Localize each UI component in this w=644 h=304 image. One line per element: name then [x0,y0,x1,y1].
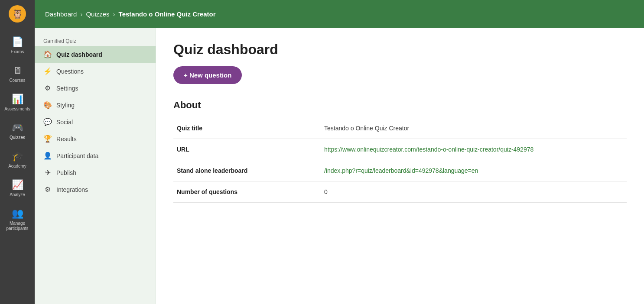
table-row-num-questions: Number of questions 0 [173,181,627,203]
questions-label: Questions [56,68,84,75]
sidebar-item-academy[interactable]: 🎓 Academy [0,146,35,174]
quiz-dashboard-label: Quiz dashboard [56,51,102,58]
table-row-quiz-title: Quiz title Testando o Online Quiz Creato… [173,118,627,139]
sub-sidebar-item-quiz-dashboard[interactable]: 🏠 Quiz dashboard [35,46,156,63]
settings-icon: ⚙ [43,84,52,92]
url-value[interactable]: https://www.onlinequizcreator.com/testan… [321,139,627,160]
leaderboard-link[interactable]: /index.php?r=quiz/leaderboard&id=492978&… [324,167,478,174]
sidebar-item-analyze[interactable]: 📈 Analyze [0,174,35,203]
quiz-title-label: Quiz title [173,118,321,139]
breadcrumb-sep-1: › [80,10,82,18]
table-row-url: URL https://www.onlinequizcreator.com/te… [173,139,627,160]
page-title: Quiz dashboard [173,42,627,58]
assessments-icon: 📊 [12,94,23,105]
new-question-button[interactable]: + New question [173,66,242,84]
quiz-title-value: Testando o Online Quiz Creator [321,118,627,139]
publish-label: Publish [56,169,76,176]
about-table: Quiz title Testando o Online Quiz Creato… [173,118,627,203]
sub-sidebar-item-integrations[interactable]: ⚙ Integrations [35,181,156,198]
main-content: Quiz dashboard + New question About Quiz… [156,28,644,304]
breadcrumb: Dashboard › Quizzes › Testando o Online … [45,10,216,18]
url-link[interactable]: https://www.onlinequizcreator.com/testan… [324,146,533,153]
sub-sidebar-item-participant-data[interactable]: 👤 Participant data [35,147,156,164]
analyze-icon: 📈 [12,179,23,191]
integrations-icon: ⚙ [43,185,52,194]
sub-sidebar-item-results[interactable]: 🏆 Results [35,130,156,147]
manage-participants-label: Manage participants [2,221,33,231]
sub-sidebar-section-label: Gamified Quiz [35,35,156,46]
num-questions-label: Number of questions [173,181,321,203]
num-questions-value: 0 [321,181,627,203]
courses-icon: 🖥 [13,65,22,76]
academy-icon: 🎓 [12,151,23,162]
manage-participants-icon: 👥 [12,208,23,219]
results-icon: 🏆 [43,135,52,143]
icon-sidebar: 📄 Exams 🖥 Courses 📊 Assessments 🎮 Quizze… [0,28,35,304]
breadcrumb-sep-2: › [113,10,115,18]
sub-sidebar-item-styling[interactable]: 🎨 Styling [35,97,156,113]
social-icon: 💬 [43,118,52,126]
about-heading: About [173,100,627,111]
breadcrumb-current: Testando o Online Quiz Creator [119,10,216,18]
sidebar-item-assessments[interactable]: 📊 Assessments [0,88,35,117]
quiz-dashboard-icon: 🏠 [43,50,52,58]
leaderboard-label: Stand alone leaderboard [173,160,321,181]
url-label: URL [173,139,321,160]
sub-sidebar-item-questions[interactable]: ⚡ Questions [35,63,156,80]
about-section: About Quiz title Testando o Online Quiz … [173,100,627,203]
sub-sidebar-item-settings[interactable]: ⚙ Settings [35,80,156,97]
quizzes-icon: 🎮 [12,122,23,133]
participant-data-icon: 👤 [43,152,52,160]
sub-sidebar-item-social[interactable]: 💬 Social [35,113,156,130]
publish-icon: ✈ [43,168,52,177]
results-label: Results [56,136,77,142]
settings-label: Settings [56,85,78,92]
social-label: Social [56,119,73,126]
exams-label: Exams [11,49,24,55]
leaderboard-value[interactable]: /index.php?r=quiz/leaderboard&id=492978&… [321,160,627,181]
assessments-label: Assessments [4,107,30,112]
logo: 🦉 [0,0,35,28]
breadcrumb-dashboard[interactable]: Dashboard [45,10,77,18]
sidebar-item-manage-participants[interactable]: 👥 Manage participants [0,203,35,236]
sidebar-item-courses[interactable]: 🖥 Courses [0,60,35,88]
questions-icon: ⚡ [43,67,52,75]
analyze-label: Analyze [10,192,25,197]
breadcrumb-quizzes[interactable]: Quizzes [86,10,109,18]
integrations-label: Integrations [56,186,88,193]
top-bar: Dashboard › Quizzes › Testando o Online … [35,0,644,28]
styling-label: Styling [56,102,75,109]
participant-data-label: Participant data [56,152,98,159]
sidebar-item-exams[interactable]: 📄 Exams [0,31,35,60]
academy-label: Academy [8,164,26,169]
table-row-leaderboard: Stand alone leaderboard /index.php?r=qui… [173,160,627,181]
exams-icon: 📄 [12,36,23,48]
sub-sidebar-item-publish[interactable]: ✈ Publish [35,164,156,181]
logo-icon: 🦉 [9,5,26,23]
sidebar-item-quizzes[interactable]: 🎮 Quizzes [0,117,35,146]
quizzes-label: Quizzes [10,135,25,140]
courses-label: Courses [9,78,25,83]
styling-icon: 🎨 [43,101,52,109]
sub-sidebar: Gamified Quiz 🏠 Quiz dashboard ⚡ Questio… [35,28,156,304]
